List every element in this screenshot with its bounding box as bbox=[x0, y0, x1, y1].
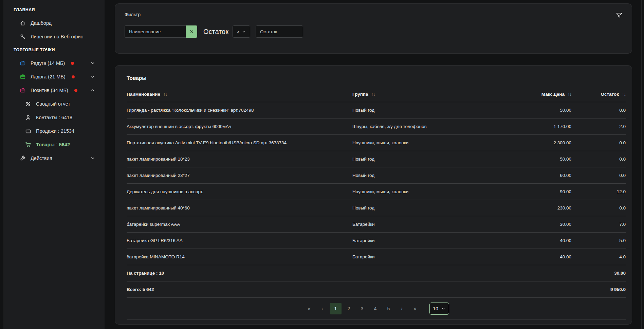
sort-icon[interactable]: ↑↓ bbox=[568, 92, 571, 97]
table-row[interactable]: батарейка MINAMOTO R14 Батарейки 40.00 4… bbox=[127, 249, 626, 265]
table-row[interactable]: Портативная акустика Activ mini TV-E9 bl… bbox=[127, 135, 626, 151]
chevron-down-icon[interactable] bbox=[90, 74, 95, 79]
column-header[interactable]: Группа ↑↓ bbox=[352, 92, 512, 97]
next-page-button[interactable]: › bbox=[396, 303, 408, 314]
wallet-icon bbox=[25, 128, 31, 134]
chevron-up-icon[interactable] bbox=[90, 88, 95, 93]
sidebar-item-label: Дашборд bbox=[31, 20, 52, 26]
page-button-3[interactable]: 3 bbox=[356, 303, 368, 314]
chevron-down-icon[interactable] bbox=[90, 61, 95, 66]
sidebar-item[interactable]: Действия bbox=[3, 151, 105, 165]
cell-name: пакет ламинированный 23*27 bbox=[127, 173, 352, 178]
column-header[interactable]: Наименование ↑↓ bbox=[127, 92, 352, 97]
page-button-1[interactable]: 1 bbox=[330, 303, 342, 314]
sort-icon[interactable]: ↑↓ bbox=[371, 92, 375, 97]
column-header-label: Группа bbox=[352, 92, 368, 97]
page-summary-value: 30.00 bbox=[571, 271, 626, 276]
cell-name: Батарейка GP LR6/316 AA bbox=[127, 238, 352, 243]
cell-stock: 0.0 bbox=[571, 205, 626, 211]
cell-stock: 0.0 bbox=[571, 173, 626, 178]
table-row[interactable]: Аккумулятор внешний в ассорт. фрукты 600… bbox=[127, 118, 626, 135]
chevron-down-icon bbox=[441, 307, 445, 311]
cell-group: Батарейки bbox=[352, 254, 512, 259]
sidebar-item-label: Продажи : 21534 bbox=[36, 128, 74, 134]
column-header[interactable]: Остаток ↑↓ bbox=[571, 92, 626, 97]
sidebar-item[interactable]: Продажи : 21534 bbox=[3, 124, 105, 138]
last-page-button[interactable]: » bbox=[409, 303, 421, 314]
sidebar-item[interactable]: Сводный отчет bbox=[3, 97, 105, 111]
person-icon bbox=[25, 114, 31, 121]
sidebar: ГЛАВНАЯ Дашборд Лицензии на Веб-офис ТОР… bbox=[3, 0, 105, 329]
cell-group: Наушники, мыши, колонки bbox=[352, 189, 512, 194]
page-summary-label: На странице : 10 bbox=[127, 271, 352, 276]
cell-group: Наушники, мыши, колонки bbox=[352, 140, 512, 145]
cell-name: Портативная акустика Activ mini TV-E9 bl… bbox=[127, 140, 352, 145]
stock-filter-label: Остаток bbox=[203, 28, 228, 36]
chevron-down-icon[interactable] bbox=[90, 156, 95, 161]
cell-max-price: 90.00 bbox=[512, 189, 571, 194]
stock-filter-input[interactable] bbox=[256, 25, 303, 38]
total-summary-row: Всего: 5 642 9 950.0 bbox=[127, 281, 626, 298]
prev-page-button[interactable]: ‹ bbox=[317, 303, 328, 314]
page-size-value: 10 bbox=[433, 306, 438, 311]
page-button-2[interactable]: 2 bbox=[343, 303, 355, 314]
table-row[interactable]: Гирлянда - растяжка "Колокольчики и снеж… bbox=[127, 102, 626, 118]
cell-stock: 4.0 bbox=[571, 254, 626, 259]
cell-max-price: 50.00 bbox=[512, 108, 571, 113]
clear-filter-button[interactable] bbox=[186, 25, 197, 38]
table-row[interactable]: пакет ламинированный 40*60 Новый год 230… bbox=[127, 200, 626, 216]
table-row[interactable]: пакет ламинированный 23*27 Новый год 60.… bbox=[127, 167, 626, 184]
operator-value: > bbox=[237, 29, 240, 34]
table-row[interactable]: пакет ламинированный 18*23 Новый год 50.… bbox=[127, 151, 626, 167]
cell-stock: 7.0 bbox=[571, 222, 626, 227]
cell-max-price: 2 300.00 bbox=[512, 140, 571, 145]
cell-stock: 5.0 bbox=[571, 238, 626, 243]
operator-select[interactable]: > bbox=[233, 25, 250, 38]
table-header-row: Наименование ↑↓ Группа ↑↓ Макс.цена ↑↓ О… bbox=[127, 87, 626, 102]
total-summary-label: Всего: 5 642 bbox=[127, 287, 352, 292]
cell-group: Новый год bbox=[352, 205, 512, 211]
cart-icon bbox=[25, 142, 31, 148]
filter-funnel-icon[interactable] bbox=[615, 12, 623, 19]
home-icon bbox=[20, 20, 26, 26]
cell-stock: 2.0 bbox=[571, 124, 626, 129]
cell-max-price: 40.00 bbox=[512, 254, 571, 259]
cell-name: Гирлянда - растяжка "Колокольчики и снеж… bbox=[127, 108, 352, 113]
column-header-label: Остаток bbox=[601, 92, 619, 97]
cell-name: пакет ламинированный 40*60 bbox=[127, 205, 352, 211]
sidebar-item[interactable]: Позитив (34 МБ) bbox=[3, 84, 105, 97]
cell-group: Новый год bbox=[352, 157, 512, 162]
first-page-button[interactable]: « bbox=[303, 303, 315, 314]
page-button-5[interactable]: 5 bbox=[383, 303, 394, 314]
sidebar-item[interactable]: Дашборд bbox=[3, 16, 105, 30]
status-dot bbox=[72, 75, 75, 78]
sidebar-item[interactable]: Ладога (21 МБ) bbox=[3, 70, 105, 84]
table-row[interactable]: батарейки supermax AAA Батарейки 30.00 7… bbox=[127, 216, 626, 233]
sidebar-item[interactable]: Радуга (14 МБ) bbox=[3, 56, 105, 70]
sort-icon[interactable]: ↑↓ bbox=[622, 92, 626, 97]
column-header-label: Макс.цена bbox=[541, 92, 565, 97]
name-filter-input[interactable] bbox=[125, 25, 186, 38]
table-row[interactable]: Держатель для наушников в ассорт. Наушни… bbox=[127, 184, 626, 200]
cell-group: Шнуры, кабеля, з/у для телефонов bbox=[352, 124, 512, 129]
scrollbar[interactable] bbox=[641, 0, 642, 329]
page-size-select[interactable]: 10 bbox=[429, 303, 449, 315]
sort-icon[interactable]: ↑↓ bbox=[163, 92, 167, 97]
cell-max-price: 1 170.00 bbox=[512, 124, 571, 129]
cell-max-price: 40.00 bbox=[512, 238, 571, 243]
total-summary-value: 9 950.0 bbox=[571, 287, 626, 292]
sidebar-item[interactable]: Контакты : 6418 bbox=[3, 111, 105, 124]
page-button-4[interactable]: 4 bbox=[370, 303, 381, 314]
briefcase-icon bbox=[20, 74, 26, 80]
filter-title: Фильтр bbox=[125, 12, 622, 17]
status-dot bbox=[74, 89, 77, 92]
sidebar-item[interactable]: Товары : 5642 bbox=[3, 138, 105, 151]
sidebar-item[interactable]: Лицензии на Веб-офис bbox=[3, 30, 105, 43]
table-row[interactable]: Батарейка GP LR6/316 AA Батарейки 40.00 … bbox=[127, 233, 626, 249]
table-title: Товары bbox=[127, 75, 626, 81]
app-root: ГЛАВНАЯ Дашборд Лицензии на Веб-офис ТОР… bbox=[0, 0, 644, 329]
cell-name: Держатель для наушников в ассорт. bbox=[127, 189, 352, 194]
column-header[interactable]: Макс.цена ↑↓ bbox=[512, 92, 571, 97]
cell-name: пакет ламинированный 18*23 bbox=[127, 157, 352, 162]
products-table: Наименование ↑↓ Группа ↑↓ Макс.цена ↑↓ О… bbox=[127, 87, 626, 298]
